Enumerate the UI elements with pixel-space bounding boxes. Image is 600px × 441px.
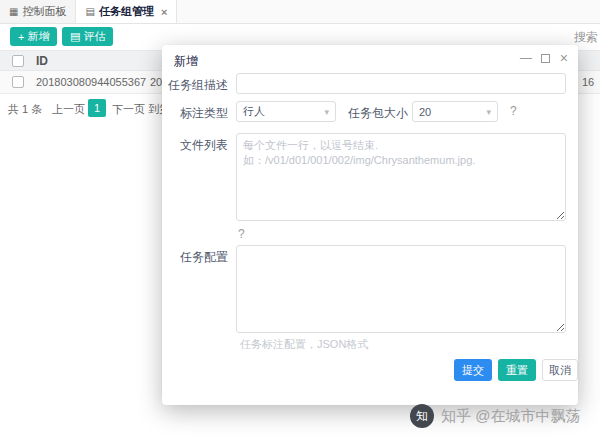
plus-icon: + — [18, 31, 24, 43]
cancel-button[interactable]: 取消 — [542, 359, 578, 381]
chevron-down-icon: ▾ — [486, 107, 491, 117]
evaluate-button-label: 评估 — [83, 29, 105, 44]
evaluate-button[interactable]: ▤ 评估 — [62, 27, 113, 46]
search-input[interactable]: 搜索 — [574, 29, 598, 46]
pagination-page-1[interactable]: 1 — [88, 99, 106, 117]
minimize-icon[interactable]: — — [520, 51, 532, 65]
task-config-textarea[interactable] — [236, 245, 566, 333]
tab-close-icon[interactable]: × — [161, 6, 167, 18]
fullscreen-icon[interactable] — [541, 54, 550, 63]
modal-title: 新增 — [174, 53, 198, 70]
task-config-hint: 任务标注配置，JSON格式 — [240, 337, 368, 352]
submit-button[interactable]: 提交 — [454, 359, 492, 381]
package-size-select[interactable]: 20 ▾ — [412, 101, 498, 122]
app-window: ▦ 控制面板 ▤ 任务组管理 × + 新增 ▤ 评估 搜索 ID 2018030… — [0, 0, 600, 441]
dashboard-icon: ▦ — [9, 6, 18, 17]
zhihu-logo-icon: 知 — [410, 404, 434, 428]
row-cell-fragment-right: 16 — [582, 76, 594, 88]
annotation-type-select[interactable]: 行人 ▾ — [236, 101, 336, 122]
select-all-checkbox[interactable] — [12, 55, 24, 67]
pagination-total: 共 1 条 — [8, 102, 42, 117]
list-icon: ▤ — [85, 6, 94, 17]
tab-control-panel-label: 控制面板 — [22, 4, 66, 19]
package-size-value: 20 — [419, 106, 431, 118]
watermark-text: 知乎 @在城市中飘荡 — [441, 407, 580, 426]
row-cell-fragment: 20 — [150, 76, 162, 88]
tab-task-group-label: 任务组管理 — [99, 4, 154, 19]
tab-control-panel[interactable]: ▦ 控制面板 — [0, 0, 76, 23]
pagination-prev-button[interactable]: 上一页 — [52, 102, 85, 117]
task-group-desc-input[interactable] — [236, 73, 566, 94]
add-button-label: 新增 — [27, 29, 49, 44]
chevron-down-icon: ▾ — [324, 107, 329, 117]
reset-button[interactable]: 重置 — [498, 359, 536, 381]
row-checkbox[interactable] — [12, 76, 24, 88]
close-icon[interactable]: × — [560, 50, 568, 66]
tab-bar: ▦ 控制面板 ▤ 任务组管理 × — [0, 0, 600, 24]
package-size-label: 任务包大小 — [348, 105, 408, 122]
task-config-label: 任务配置 — [166, 249, 228, 266]
clipboard-icon: ▤ — [70, 30, 80, 43]
package-size-help-icon[interactable]: ? — [510, 104, 517, 118]
file-list-textarea[interactable] — [236, 133, 566, 221]
file-list-label: 文件列表 — [166, 137, 228, 154]
column-header-id: ID — [36, 54, 48, 68]
annotation-type-value: 行人 — [243, 104, 265, 119]
add-button[interactable]: + 新增 — [10, 27, 57, 46]
file-list-help-icon[interactable]: ? — [238, 227, 245, 241]
new-task-group-modal: 新增 — × 任务组描述 标注类型 行人 ▾ 任务包大小 20 ▾ ? 文件列表… — [162, 45, 578, 405]
watermark: 知 知乎 @在城市中飘荡 — [410, 404, 580, 428]
pagination-next-button[interactable]: 下一页 — [112, 102, 145, 117]
task-group-desc-label: 任务组描述 — [166, 77, 228, 94]
annotation-type-label: 标注类型 — [166, 105, 228, 122]
tab-task-group-management[interactable]: ▤ 任务组管理 × — [76, 0, 177, 23]
row-id-cell: 201803080944055367 — [36, 76, 146, 88]
